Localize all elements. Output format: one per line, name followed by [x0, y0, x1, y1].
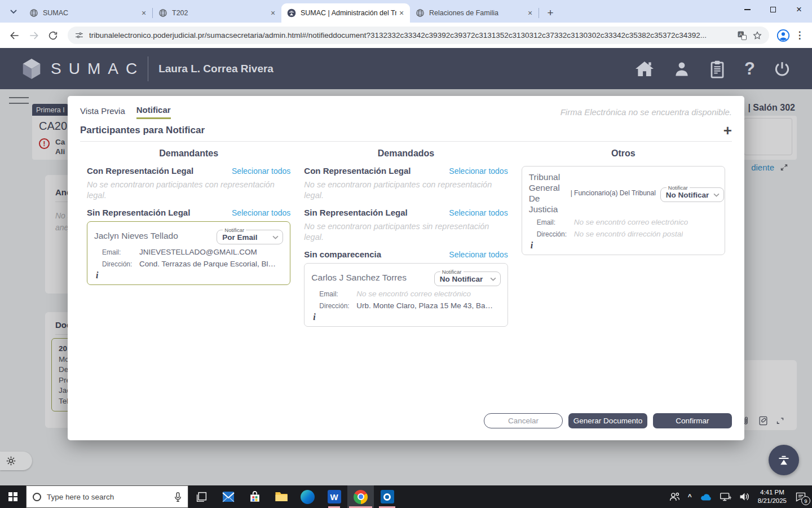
- info-icon[interactable]: i: [529, 240, 718, 251]
- tasks-button[interactable]: [709, 59, 726, 78]
- back-button[interactable]: [7, 28, 23, 43]
- microphone-icon[interactable]: [174, 492, 182, 502]
- tab-close-button[interactable]: ×: [396, 8, 407, 18]
- minimize-button[interactable]: [734, 0, 760, 19]
- tab-vista-previa[interactable]: Vista Previa: [80, 106, 125, 119]
- edge-browser-button[interactable]: [294, 485, 321, 508]
- empty-message: No se encontraron participantes con repr…: [304, 179, 508, 201]
- help-button[interactable]: ?: [744, 59, 755, 79]
- bookmark-star-icon[interactable]: [752, 30, 762, 41]
- participant-name: Carlos J Sanchez Torres: [311, 272, 407, 283]
- direccion-label: Dirección:: [102, 260, 136, 268]
- settings-widget[interactable]: [0, 452, 32, 470]
- volume-button[interactable]: [739, 492, 751, 502]
- tab-close-button[interactable]: ×: [139, 8, 149, 18]
- notify-dropdown-label: Notificar: [223, 227, 246, 233]
- tab-title: Relaciones de Familia: [429, 9, 525, 17]
- section-con-representacion: Con Representación Legal: [87, 166, 193, 176]
- section-sin-comparecencia: Sin comparecencia: [304, 249, 381, 259]
- network-button[interactable]: [720, 492, 731, 502]
- action-center-button[interactable]: 9: [794, 490, 807, 503]
- chevron-down-icon: [490, 277, 496, 281]
- file-explorer-button[interactable]: [268, 485, 294, 508]
- tray-overflow-button[interactable]: ^: [688, 493, 692, 501]
- tab-close-button[interactable]: ×: [268, 8, 278, 18]
- home-button[interactable]: [634, 60, 655, 78]
- participant-role: | Funcionario(a) Del Tribunal: [571, 189, 656, 197]
- outlook-app-button[interactable]: [374, 485, 400, 508]
- profile-avatar[interactable]: [776, 28, 791, 43]
- tab-sumac[interactable]: SUMAC ×: [24, 3, 152, 23]
- browser-menu-button[interactable]: ⋮: [794, 29, 805, 41]
- select-all-link[interactable]: Selecionar todos: [449, 167, 508, 176]
- tab-notificar[interactable]: Notificar: [136, 105, 171, 119]
- empty-message: No se encontraron participantes con repr…: [87, 179, 290, 201]
- translate-icon[interactable]: A: [737, 30, 747, 41]
- participant-name: Jaclyn Nieves Tellado: [94, 230, 178, 241]
- browser-tab-strip: SUMAC × T202 × SUMAC | Administración de…: [0, 0, 812, 23]
- notify-dropdown[interactable]: Notificar No Notificar: [434, 269, 501, 286]
- column-demandantes: Demandantes Con Representación Legal Sel…: [80, 144, 297, 327]
- store-icon: [249, 491, 261, 503]
- mail-icon: [222, 491, 235, 503]
- participant-card-carlos: Carlos J Sanchez Torres Notificar No Not…: [304, 263, 508, 327]
- onedrive-button[interactable]: [699, 493, 712, 501]
- store-app-button[interactable]: [241, 485, 268, 508]
- tab-relaciones[interactable]: Relaciones de Familia ×: [410, 3, 539, 23]
- info-icon[interactable]: i: [94, 270, 283, 281]
- people-button[interactable]: [669, 492, 681, 502]
- task-view-icon: [196, 491, 208, 503]
- tab-search-button[interactable]: [6, 4, 21, 20]
- direccion-label: Dirección:: [319, 302, 353, 310]
- chrome-browser-button[interactable]: [347, 485, 374, 508]
- mail-app-button[interactable]: [215, 485, 241, 508]
- start-button[interactable]: [0, 485, 26, 508]
- taskbar-clock[interactable]: 4:41 PM 8/21/2025: [758, 488, 787, 505]
- confirm-button[interactable]: Confirmar: [653, 413, 732, 428]
- select-all-link[interactable]: Selecionar todos: [449, 208, 508, 217]
- file-explorer-icon: [275, 491, 288, 503]
- address-bar[interactable]: tribunalelectronico.poderjudicial.pr/sum…: [68, 27, 769, 44]
- close-window-button[interactable]: ×: [786, 0, 812, 19]
- gear-icon: [5, 455, 17, 467]
- notify-dropdown[interactable]: Notificar No Notificar: [660, 185, 725, 202]
- reload-button[interactable]: [45, 28, 61, 43]
- column-title: Demandados: [304, 148, 508, 159]
- notify-dropdown[interactable]: Notificar Por Email: [217, 227, 283, 244]
- select-all-link[interactable]: Selecionar todos: [232, 167, 290, 176]
- direccion-missing: No se encontró dirrección postal: [574, 230, 683, 238]
- add-participant-button[interactable]: +: [723, 125, 732, 135]
- word-app-button[interactable]: W: [321, 485, 347, 508]
- reload-icon: [48, 30, 58, 41]
- forward-button[interactable]: [26, 28, 42, 43]
- tab-separator: [539, 8, 539, 18]
- tab-close-button[interactable]: ×: [525, 8, 535, 18]
- email-missing: No se encontró correo electrónico: [574, 218, 689, 226]
- email-label: Email:: [319, 290, 353, 298]
- generate-document-button[interactable]: Generar Documento: [568, 413, 647, 428]
- logout-button[interactable]: [774, 60, 791, 78]
- forward-arrow-icon: [28, 30, 39, 41]
- sumac-scales-favicon: [287, 8, 296, 17]
- notify-dropdown-value: No Notificar: [440, 275, 483, 283]
- info-icon[interactable]: i: [311, 312, 500, 322]
- column-otros: Otros Tribunal General De Justicia | Fun…: [515, 144, 732, 327]
- select-all-link[interactable]: Selecionar todos: [449, 250, 508, 259]
- direccion-value: Urb. Monte Claro, Plaza 15 Me 43, Ba…: [356, 301, 493, 310]
- tab-sumac-admin-active[interactable]: SUMAC | Administración del Tri ×: [281, 3, 410, 23]
- profile-button[interactable]: [673, 60, 690, 78]
- chevron-down-icon: [272, 235, 279, 239]
- taskbar-search[interactable]: Type here to search: [26, 485, 188, 508]
- new-tab-button[interactable]: +: [542, 5, 558, 21]
- tab-t202[interactable]: T202 ×: [153, 3, 281, 23]
- site-settings-icon[interactable]: [74, 30, 84, 40]
- back-arrow-icon: [9, 30, 20, 41]
- task-view-button[interactable]: [188, 485, 215, 508]
- outlook-icon: [381, 490, 394, 503]
- email-value: JNIEVESTELLADO@GMAIL.COM: [139, 248, 257, 256]
- restore-button[interactable]: [760, 0, 786, 19]
- select-all-link[interactable]: Selecionar todos: [232, 208, 290, 217]
- cancel-button[interactable]: Cancelar: [484, 413, 563, 428]
- profile-icon: [776, 29, 790, 42]
- sumac-fab[interactable]: [769, 445, 799, 475]
